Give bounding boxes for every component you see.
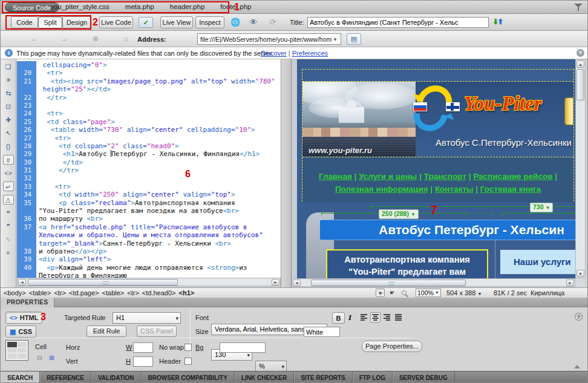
design-view-canvas[interactable]: You-Piter Автобус С.Петербург-Хельсинки … [292, 59, 575, 278]
design-vertical-scrollbar[interactable]: ▲ ▼ [575, 59, 586, 278]
table-width-menu-730[interactable]: 730 ▼ [530, 203, 553, 212]
design-nav-link[interactable]: Расписание рейсов [473, 172, 552, 181]
align-center-icon[interactable] [370, 312, 381, 322]
tag-selector-item[interactable]: <table> [29, 289, 51, 296]
edit-rule-button[interactable]: Edit Rule [87, 326, 126, 337]
collapse-full-tag-icon[interactable]: ⇆ [3, 88, 14, 98]
scroll-left-icon[interactable]: ◄ [293, 280, 301, 286]
split-view-divider[interactable] [281, 59, 292, 287]
select-parent-tag-icon[interactable]: ↖ [3, 128, 14, 138]
split-cell-icon[interactable]: ⊞ [49, 354, 54, 362]
cell-height-input[interactable] [133, 356, 153, 367]
inspect-button[interactable]: Inspect [195, 16, 224, 28]
select-tool-icon[interactable]: ➤ [376, 289, 385, 297]
code-editor[interactable]: cellspacing="0">20 <tr>21 <td><img src="… [17, 59, 281, 278]
home-icon[interactable]: ⌂ [121, 34, 131, 44]
word-wrap-icon[interactable]: ↵ [3, 182, 14, 191]
help-icon[interactable]: ? [575, 313, 583, 321]
back-icon[interactable]: ← [30, 34, 39, 44]
results-tab-link-checker[interactable]: LINK CHECKER [235, 372, 295, 383]
tag-selector-item[interactable]: <tr> [127, 289, 139, 296]
align-justify-icon[interactable] [393, 312, 403, 322]
bold-button[interactable]: B [332, 312, 345, 324]
page-properties-button[interactable]: Page Properties... [362, 341, 422, 352]
design-nav-link[interactable]: Услуги и цены [359, 172, 417, 181]
code-horizontal-scrollbar[interactable]: ◄ ► [17, 278, 281, 286]
merge-cells-icon[interactable]: ⊟ [37, 354, 42, 362]
tag-selector-item[interactable]: <tr> [54, 289, 66, 296]
scroll-left-icon[interactable]: ◄ [18, 279, 26, 286]
html-mode-button[interactable]: <>HTML [5, 312, 42, 324]
scrollbar-thumb[interactable] [311, 280, 466, 286]
highlight-invalid-code-icon[interactable]: <> [3, 168, 14, 178]
hand-tool-icon[interactable]: ☛ [388, 289, 397, 297]
align-left-icon[interactable] [359, 312, 369, 322]
design-nav-link[interactable]: Полезная информация [335, 185, 428, 194]
browser-navigation-options-icon[interactable]: ▤ [347, 33, 361, 45]
forward-icon[interactable]: → [59, 34, 69, 44]
edit-snippet-icon[interactable]: ✎ [3, 235, 14, 244]
scroll-right-icon[interactable]: ► [566, 280, 574, 286]
collapse-panel-icon[interactable] [574, 365, 580, 368]
line-numbers-icon[interactable]: # [3, 155, 14, 165]
expand-all-icon[interactable]: ✚ [3, 115, 14, 125]
preview-in-browser-icon[interactable]: 🌐 [229, 17, 241, 28]
open-documents-icon[interactable]: ❏ [3, 62, 14, 71]
zoom-level-select[interactable]: 100%▼ [416, 289, 441, 297]
results-tab-reference[interactable]: REFERENCE [40, 372, 91, 383]
results-tab-server-debug[interactable]: SERVER DEBUG [393, 372, 455, 383]
preferences-link[interactable]: Preferences [292, 50, 328, 57]
code-navigator-icon[interactable]: ✳ [3, 75, 14, 85]
title-input[interactable] [307, 17, 489, 28]
targeted-rule-select[interactable]: H1 [113, 312, 181, 324]
css-mode-button[interactable]: ▦CSS [5, 326, 36, 338]
discover-link[interactable]: Discover [261, 50, 287, 57]
align-right-icon[interactable] [382, 312, 392, 322]
header-checkbox[interactable] [185, 358, 192, 365]
address-dropdown-icon[interactable]: ▼ [333, 37, 338, 42]
results-tab-ftp-log[interactable]: FTP LOG [353, 372, 393, 383]
properties-tab[interactable]: PROPERTIES [1, 298, 54, 307]
design-nav-link[interactable]: Транспорт [424, 172, 466, 181]
check-browser-compatibility-icon[interactable]: ✓ [139, 17, 153, 28]
window-size-menu[interactable]: 504 x 388 ▼ [446, 289, 482, 296]
address-input[interactable] [197, 33, 341, 45]
file-management-icon[interactable]: ⬇⬆ [492, 18, 502, 26]
design-nav-link[interactable]: Контакты [435, 185, 474, 194]
cell-width-input[interactable] [133, 342, 153, 353]
scroll-down-icon[interactable]: ▼ [577, 270, 584, 277]
bg-color-input[interactable] [220, 342, 266, 353]
zoom-tool-icon[interactable] [402, 290, 407, 295]
tag-selector-item[interactable]: <h1> [179, 289, 195, 296]
italic-button[interactable]: I [348, 313, 351, 322]
live-code-button[interactable]: Live Code [99, 16, 133, 28]
tag-selector-item[interactable]: <body> [4, 289, 26, 296]
results-tab-search[interactable]: SEARCH [1, 372, 40, 383]
scroll-up-icon[interactable]: ▲ [577, 61, 584, 68]
collapse-selection-icon[interactable]: ⊡ [3, 102, 14, 111]
tag-selector-item[interactable]: <td.page> [69, 289, 99, 296]
design-nav-link[interactable]: Главная [319, 172, 352, 181]
refresh-icon[interactable]: ⟳ [267, 17, 279, 28]
scrollbar-thumb[interactable] [28, 279, 178, 286]
visual-aids-icon[interactable]: 👁 [247, 17, 260, 28]
scrollbar-thumb[interactable] [577, 69, 584, 100]
balance-braces-icon[interactable]: {} [3, 142, 14, 151]
filter-icon[interactable] [574, 3, 583, 11]
results-tab-validation[interactable]: VALIDATION [91, 372, 142, 383]
results-tab-browser-compatibility[interactable]: BROWSER COMPATIBILITY [142, 372, 235, 383]
nowrap-checkbox[interactable] [185, 344, 192, 351]
design-horizontal-scrollbar[interactable]: ◄ ► [292, 278, 575, 287]
results-tab-site-reports[interactable]: SITE REPORTS [294, 372, 352, 383]
format-source-code-icon[interactable]: » [4, 247, 13, 258]
design-nav-link[interactable]: Гостевая книга [480, 185, 541, 194]
css-panel-button[interactable]: CSS Panel [137, 326, 177, 337]
syntax-error-alerts-icon[interactable]: ⚠ [3, 195, 14, 205]
close-info-bar-icon[interactable]: ✕ [577, 49, 584, 57]
tag-selector-item[interactable]: <table> [102, 289, 125, 296]
stop-icon[interactable]: ⊗ [91, 34, 100, 44]
remove-comment-icon[interactable]: ❞ [3, 221, 14, 231]
tag-selector-item[interactable]: <td.head0> [142, 289, 176, 296]
text-color-input[interactable] [304, 327, 340, 337]
apply-comment-icon[interactable]: ❝ [3, 208, 14, 218]
